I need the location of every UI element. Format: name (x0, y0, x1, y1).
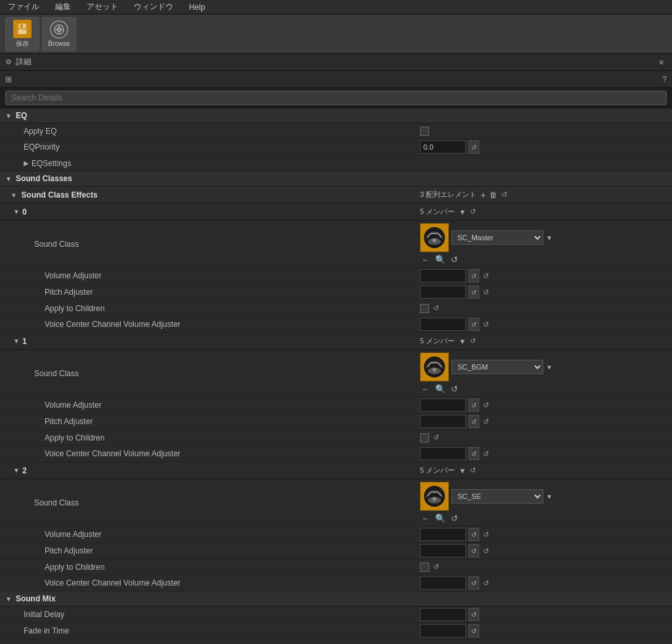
sound-class-1-thumbnail (420, 353, 449, 381)
index-2-expand[interactable]: ▼ (459, 467, 466, 475)
index-1-reset[interactable]: ↺ (470, 337, 476, 345)
volume-0-reset[interactable]: ↺ (482, 272, 490, 280)
volume-1-row: Volume Adjuster 1.0 ↺ ↺ (0, 397, 672, 414)
voice-2-spin[interactable]: ↺ (469, 576, 479, 590)
fade-in-row: Fade in Time 0.2 ↺ (0, 623, 672, 639)
sound-classes-section-header[interactable]: ▼ Sound Classes (0, 171, 672, 186)
sound-class-1-select[interactable]: SC_BGM (452, 360, 543, 374)
sound-mix-section-header[interactable]: ▼ Sound Mix (0, 591, 672, 607)
volume-0-label: Volume Adjuster (0, 271, 420, 280)
pitch-1-spin[interactable]: ↺ (469, 415, 479, 428)
save-button[interactable]: 保存 (5, 17, 39, 51)
sound-class-1-reset[interactable]: ↺ (450, 384, 459, 394)
panel-close-button[interactable]: × (656, 57, 667, 68)
apply-2-reset[interactable]: ↺ (432, 563, 440, 571)
menu-file[interactable]: ファイル (5, 0, 42, 14)
eq-section-header[interactable]: ▼ EQ (0, 108, 672, 123)
voice-0-input[interactable]: 1.0 (420, 318, 466, 331)
svg-rect-3 (20, 24, 23, 28)
apply-0-reset[interactable]: ↺ (432, 304, 440, 312)
pitch-0-spin[interactable]: ↺ (469, 286, 479, 299)
effects-reset-icon[interactable]: ↺ (501, 190, 507, 199)
sound-class-2-back[interactable]: ← (420, 513, 431, 523)
sound-class-2-select[interactable]: SC_SE (452, 489, 543, 504)
search-bar (0, 88, 672, 108)
voice-2-row: Voice Center Channel Volume Adjuster 1.0… (0, 575, 672, 591)
apply-eq-checkbox[interactable] (420, 127, 429, 136)
voice-1-spin[interactable]: ↺ (469, 447, 479, 460)
help-icon[interactable]: ? (662, 75, 667, 84)
index-1-label: ▼ 1 (0, 337, 420, 346)
sound-class-0-back[interactable]: ← (420, 255, 431, 265)
eq-priority-row: EQPriority ↺ (0, 139, 672, 156)
apply-2-row: Apply to Children ↺ (0, 559, 672, 575)
sound-class-1-arrow[interactable]: ▼ (546, 364, 553, 371)
index-2-controls: 5 メンバー ▼ ↺ (420, 465, 476, 475)
pitch-2-reset[interactable]: ↺ (482, 547, 490, 555)
browse-label: Browse (48, 40, 70, 47)
menu-help[interactable]: Help (186, 1, 208, 13)
index-2-reset[interactable]: ↺ (470, 466, 476, 475)
sound-class-0-arrow[interactable]: ▼ (546, 234, 553, 242)
fade-in-input[interactable]: 0.2 (420, 624, 466, 637)
sound-class-2-reset[interactable]: ↺ (450, 513, 459, 523)
volume-1-input[interactable]: 1.0 (420, 398, 466, 412)
volume-0-input[interactable]: 1.0 (420, 269, 466, 282)
voice-1-reset[interactable]: ↺ (482, 450, 490, 458)
pitch-0-input[interactable]: 1.0 (420, 286, 466, 299)
menu-window[interactable]: ウィンドウ (131, 0, 176, 14)
pitch-2-input[interactable]: 1.0 (420, 544, 466, 557)
apply-2-checkbox[interactable] (420, 563, 429, 572)
menu-edit[interactable]: 編集 (52, 0, 74, 14)
index-0-expand[interactable]: ▼ (459, 208, 466, 216)
sound-class-0-reset[interactable]: ↺ (450, 255, 459, 265)
effects-del-icon[interactable]: 🗑 (490, 190, 497, 200)
apply-1-reset[interactable]: ↺ (432, 433, 440, 442)
sound-class-2-label: Sound Class (0, 498, 420, 507)
apply-0-label: Apply to Children (0, 304, 420, 313)
volume-2-reset[interactable]: ↺ (482, 530, 490, 539)
search-input[interactable] (5, 91, 667, 105)
initial-delay-spin[interactable]: ↺ (469, 608, 479, 621)
voice-0-reset[interactable]: ↺ (482, 320, 490, 329)
index-2-header: ▼ 2 5 メンバー ▼ ↺ (0, 462, 672, 479)
fade-in-spin[interactable]: ↺ (469, 624, 479, 637)
eq-priority-spin[interactable]: ↺ (469, 140, 479, 154)
voice-2-reset[interactable]: ↺ (482, 579, 490, 588)
volume-2-label: Volume Adjuster (0, 530, 420, 539)
sound-mix-collapse-icon: ▼ (5, 595, 12, 603)
sound-class-0-search[interactable]: 🔍 (434, 255, 447, 265)
volume-1-spin[interactable]: ↺ (469, 398, 479, 412)
pitch-2-spin[interactable]: ↺ (469, 544, 479, 557)
voice-2-input[interactable]: 1.0 (420, 576, 466, 590)
voice-0-row: Voice Center Channel Volume Adjuster 1.0… (0, 316, 672, 333)
eq-priority-input[interactable] (420, 140, 466, 154)
svg-point-10 (432, 238, 436, 242)
browse-button[interactable]: Browse (42, 17, 76, 51)
volume-2-spin[interactable]: ↺ (469, 528, 479, 541)
volume-0-spin[interactable]: ↺ (469, 269, 479, 282)
apply-0-checkbox[interactable] (420, 304, 429, 313)
apply-1-checkbox[interactable] (420, 433, 429, 442)
sound-class-2-search[interactable]: 🔍 (434, 513, 447, 523)
sound-class-1-back[interactable]: ← (420, 384, 431, 394)
grid-icon[interactable]: ⊞ (5, 75, 12, 84)
volume-1-reset[interactable]: ↺ (482, 401, 490, 410)
index-1-expand[interactable]: ▼ (459, 337, 466, 345)
voice-1-input[interactable]: 1.0 (420, 447, 466, 460)
apply-1-row: Apply to Children ↺ (0, 430, 672, 446)
sound-class-2-arrow[interactable]: ▼ (546, 493, 553, 500)
volume-2-input[interactable]: 1.0 (420, 528, 466, 541)
svg-point-13 (432, 368, 436, 372)
initial-delay-input[interactable]: 0.0 (420, 608, 466, 621)
sound-class-0-select[interactable]: SC_Master (452, 230, 543, 245)
effects-add-icon[interactable]: + (480, 190, 486, 200)
pitch-1-input[interactable]: 1.0 (420, 415, 466, 428)
sound-class-1-search[interactable]: 🔍 (434, 384, 447, 394)
pitch-1-reset[interactable]: ↺ (482, 418, 490, 426)
voice-0-spin[interactable]: ↺ (469, 318, 479, 331)
sound-class-0-value: SC_Master ▼ ← 🔍 ↺ (420, 223, 553, 265)
pitch-0-reset[interactable]: ↺ (482, 288, 490, 297)
index-0-reset[interactable]: ↺ (470, 207, 476, 216)
menu-asset[interactable]: アセット (84, 0, 121, 14)
